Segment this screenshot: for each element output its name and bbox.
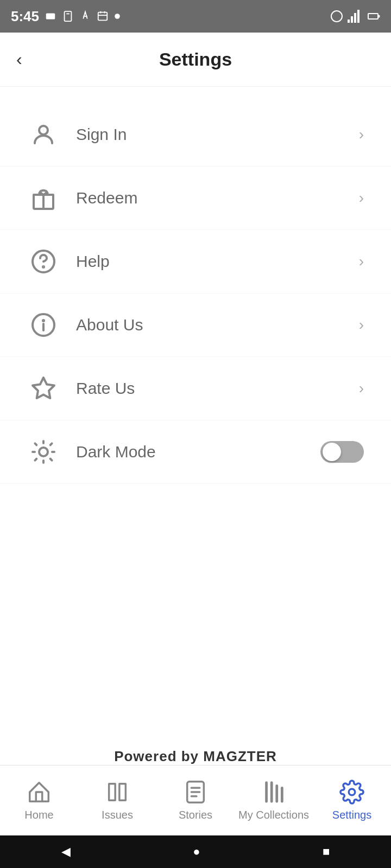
info-icon (27, 309, 60, 341)
home-nav-label: Home (24, 809, 53, 821)
android-recents-button[interactable]: ■ (323, 845, 330, 859)
svg-line-21 (35, 443, 36, 445)
nav-item-settings[interactable]: Settings (313, 780, 391, 821)
android-home-button[interactable]: ● (193, 845, 200, 859)
chevron-right-icon: › (359, 126, 364, 143)
my-collections-nav-label: My Collections (238, 809, 309, 821)
back-button[interactable]: ‹ (16, 49, 22, 69)
help-label: Help (76, 252, 359, 271)
settings-item-about-us[interactable]: About Us › (0, 293, 391, 357)
android-nav-bar: ◀ ● ■ (0, 835, 391, 868)
redeem-label: Redeem (76, 189, 359, 207)
chevron-right-icon: › (359, 316, 364, 334)
svg-point-35 (349, 789, 355, 795)
settings-item-rate-us[interactable]: Rate Us › (0, 357, 391, 420)
svg-rect-0 (46, 14, 55, 20)
settings-nav-label: Settings (332, 809, 371, 821)
gift-icon (27, 182, 60, 214)
svg-point-18 (39, 448, 48, 456)
about-us-label: About Us (76, 316, 359, 334)
settings-item-sign-in[interactable]: Sign In › (0, 103, 391, 167)
nav-item-issues[interactable]: Issues (78, 780, 156, 821)
svg-point-8 (115, 14, 120, 19)
nav-item-home[interactable]: Home (0, 780, 78, 821)
issues-nav-label: Issues (102, 809, 133, 821)
svg-rect-1 (65, 11, 72, 21)
dark-mode-label: Dark Mode (76, 443, 320, 461)
svg-line-26 (51, 443, 52, 445)
settings-icon (339, 780, 364, 805)
svg-line-22 (51, 459, 52, 461)
nav-item-my-collections[interactable]: My Collections (235, 780, 313, 821)
chevron-right-icon: › (359, 189, 364, 207)
page-title: Settings (159, 49, 232, 70)
settings-item-dark-mode[interactable]: Dark Mode (0, 420, 391, 484)
settings-list: Sign In › Redeem › Help › (0, 87, 391, 500)
status-right-icons (330, 10, 380, 23)
svg-rect-9 (368, 14, 378, 19)
chevron-right-icon: › (359, 380, 364, 397)
my-collections-icon (261, 780, 286, 805)
brand-name: MAGZTER (203, 748, 277, 764)
svg-point-10 (39, 126, 48, 135)
dark-mode-toggle[interactable] (320, 441, 364, 463)
settings-item-redeem[interactable]: Redeem › (0, 167, 391, 230)
settings-item-help[interactable]: Help › (0, 230, 391, 293)
android-back-button[interactable]: ◀ (61, 845, 71, 859)
help-circle-icon (27, 245, 60, 278)
bottom-nav: Home Issues Stories My Collections (0, 765, 391, 835)
powered-by: Powered by MAGZTER (0, 748, 391, 765)
svg-line-25 (35, 459, 36, 461)
status-bar: 5:45 (0, 0, 391, 33)
stories-nav-label: Stories (179, 809, 212, 821)
chevron-right-icon: › (359, 253, 364, 270)
rate-us-label: Rate Us (76, 379, 359, 398)
nav-item-stories[interactable]: Stories (156, 780, 235, 821)
star-icon (27, 372, 60, 405)
sun-icon (27, 436, 60, 468)
home-icon (27, 780, 52, 805)
svg-rect-4 (98, 12, 108, 21)
svg-point-13 (43, 266, 44, 267)
sign-in-label: Sign In (76, 125, 359, 144)
person-icon (27, 118, 60, 151)
svg-marker-17 (33, 378, 54, 398)
status-time: 5:45 (11, 8, 121, 25)
header: ‹ Settings (0, 33, 391, 87)
toggle-knob (323, 443, 341, 461)
issues-icon (105, 780, 130, 805)
stories-icon (183, 780, 208, 805)
